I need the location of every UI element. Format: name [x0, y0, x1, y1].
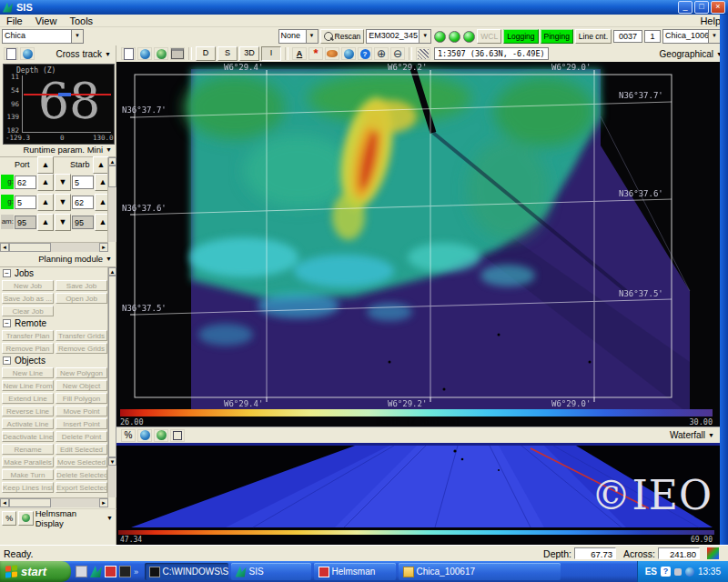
- scroll-up-icon[interactable]: [108, 157, 116, 166]
- display-3d-button[interactable]: 3D: [239, 46, 259, 61]
- earth-icon[interactable]: [341, 47, 356, 60]
- starb-value-field[interactable]: 62: [72, 196, 94, 209]
- zoom-out-icon[interactable]: ⊖: [390, 47, 405, 60]
- seafloor-icon[interactable]: [325, 47, 339, 60]
- edit-selected-button[interactable]: Edit Selected: [56, 444, 107, 455]
- status-ball-3-icon[interactable]: [463, 31, 475, 43]
- panel-view-dropdown[interactable]: Cross track: [56, 49, 114, 59]
- export-selected-button[interactable]: Export Selected: [56, 482, 107, 493]
- waterfall-view-dropdown[interactable]: Waterfall: [670, 430, 716, 440]
- save-job-button[interactable]: Save Job: [56, 280, 107, 291]
- delete-selected-button[interactable]: Delete Selected: [56, 469, 107, 480]
- new-page-icon[interactable]: [4, 47, 18, 60]
- chevron-down-icon[interactable]: [419, 30, 430, 43]
- deactivate-line-button[interactable]: Deactivate Line: [2, 431, 54, 442]
- collapse-icon[interactable]: [3, 269, 11, 277]
- display-s-button[interactable]: S: [217, 46, 238, 61]
- reverse-line-button[interactable]: Reverse Line: [2, 406, 54, 416]
- port-value-field[interactable]: 5: [15, 196, 36, 209]
- make-turn-button[interactable]: Make Turn: [2, 469, 54, 480]
- help-tray-icon[interactable]: ?: [661, 567, 671, 577]
- new-line-from-button[interactable]: New Line From: [2, 380, 54, 391]
- starb-value-field[interactable]: 5: [72, 176, 94, 189]
- new-polygon-button[interactable]: New Polygon: [56, 367, 107, 378]
- sequence-field[interactable]: 1: [644, 30, 661, 43]
- chevron-icon[interactable]: »: [134, 567, 138, 577]
- fill-polygon-button[interactable]: Fill Polygon: [56, 393, 107, 404]
- expand-icon[interactable]: [170, 429, 185, 442]
- menu-tools[interactable]: Tools: [63, 15, 99, 26]
- waterfall-view[interactable]: ©IEO 47.34 69.90: [116, 443, 720, 545]
- spinner-up-button[interactable]: [37, 214, 54, 231]
- globe-icon[interactable]: [137, 429, 152, 442]
- scroll-down-icon[interactable]: [108, 457, 116, 466]
- port-value-field[interactable]: 62: [15, 176, 36, 189]
- scroll-left-icon[interactable]: ◄: [0, 243, 9, 252]
- scale-percent-icon[interactable]: %: [2, 511, 16, 526]
- status-ball-2-icon[interactable]: [449, 31, 460, 43]
- zoom-in-icon[interactable]: ⊕: [374, 47, 389, 60]
- keep-lines-inside-button[interactable]: Keep Lines Inside: [2, 482, 54, 493]
- transfer-grids-button[interactable]: Transfer Grids: [56, 330, 107, 341]
- tray-icon[interactable]: [674, 568, 682, 576]
- remote-section-header[interactable]: Remote: [0, 317, 116, 329]
- survey-file-combo[interactable]: Chica_100617: [662, 29, 721, 44]
- print-icon[interactable]: [170, 47, 185, 60]
- close-button[interactable]: ×: [711, 1, 725, 14]
- scroll-right-icon[interactable]: ►: [99, 243, 108, 252]
- delete-point-button[interactable]: Delete Point: [56, 431, 107, 442]
- maximize-button[interactable]: □: [694, 1, 709, 14]
- spinner-up-button[interactable]: [37, 194, 54, 211]
- starb-value-field[interactable]: 95: [72, 216, 94, 229]
- save-job-as-button[interactable]: Save Job as ...: [2, 293, 54, 304]
- sun-icon[interactable]: *: [308, 47, 323, 60]
- hatch-pattern-icon[interactable]: [416, 47, 430, 60]
- spinner-down-button[interactable]: [55, 214, 71, 231]
- line-cnt-button[interactable]: Line cnt.: [575, 29, 612, 44]
- collapse-icon[interactable]: [3, 356, 11, 365]
- make-parallels-button[interactable]: Make Parallels: [2, 457, 54, 467]
- chevron-down-icon[interactable]: [306, 30, 318, 43]
- helmsman-view-dropdown[interactable]: Helmsman Display: [35, 508, 116, 528]
- status-ball-1-icon[interactable]: [434, 31, 446, 43]
- survey-combo[interactable]: Chica: [2, 29, 84, 44]
- move-point-button[interactable]: Move Point: [56, 406, 107, 416]
- pinging-button[interactable]: Pinging: [541, 29, 573, 44]
- start-button[interactable]: start: [0, 561, 71, 582]
- task-helmsman[interactable]: Helmsman: [314, 563, 396, 580]
- move-selected-button[interactable]: Move Selected: [56, 457, 107, 467]
- transfer-plan-button[interactable]: Transfer Plan: [2, 330, 54, 341]
- terrain-globe-icon[interactable]: [154, 47, 168, 60]
- new-object-button[interactable]: New Object: [56, 380, 107, 391]
- menu-view[interactable]: View: [29, 15, 64, 26]
- runtime-vertical-scrollbar[interactable]: [107, 157, 116, 242]
- minimize-button[interactable]: _: [678, 1, 693, 14]
- activate-line-button[interactable]: Activate Line: [2, 418, 54, 429]
- geographical-map-view[interactable]: W6°29.4' W6°29.2' W6°29.0' W6°29.4' W6°2…: [116, 62, 720, 426]
- spinner-up-button[interactable]: [37, 156, 54, 174]
- globe-icon[interactable]: [18, 511, 33, 526]
- globe-icon[interactable]: [137, 47, 152, 60]
- runtime-view-dropdown[interactable]: Runtime param. Mini: [23, 145, 112, 155]
- helmsman-shortcut-icon[interactable]: [105, 566, 116, 577]
- task-cmd-window[interactable]: C:\WINDOWS\Syste...: [145, 563, 228, 580]
- open-job-button[interactable]: Open Job: [56, 293, 107, 304]
- insert-point-button[interactable]: Insert Point: [56, 418, 107, 429]
- sis-shortcut-icon[interactable]: [90, 566, 102, 577]
- spinner-up-button[interactable]: [37, 174, 54, 191]
- task-chica-folder[interactable]: Chica_100617: [399, 563, 561, 580]
- app-shortcut-icon[interactable]: [76, 566, 87, 577]
- wcl-button[interactable]: WCL: [477, 29, 501, 44]
- scale-position-field[interactable]: 1:3507 (36.63N, -6.49E): [434, 47, 549, 60]
- globe-icon[interactable]: [20, 47, 35, 60]
- scale-percent-icon[interactable]: %: [121, 429, 136, 442]
- task-sis[interactable]: SIS: [231, 563, 311, 580]
- rescan-button[interactable]: Rescan: [320, 29, 365, 44]
- remove-plan-button[interactable]: Remove Plan: [2, 343, 54, 354]
- display-i-button[interactable]: I: [261, 46, 281, 61]
- clear-job-button[interactable]: Clear Job: [2, 306, 54, 316]
- spinner-down-button[interactable]: [55, 174, 71, 191]
- pu-combo[interactable]: None: [278, 29, 318, 44]
- line-count-field[interactable]: 0037: [613, 30, 642, 43]
- jobs-section-header[interactable]: Jobs: [0, 267, 116, 279]
